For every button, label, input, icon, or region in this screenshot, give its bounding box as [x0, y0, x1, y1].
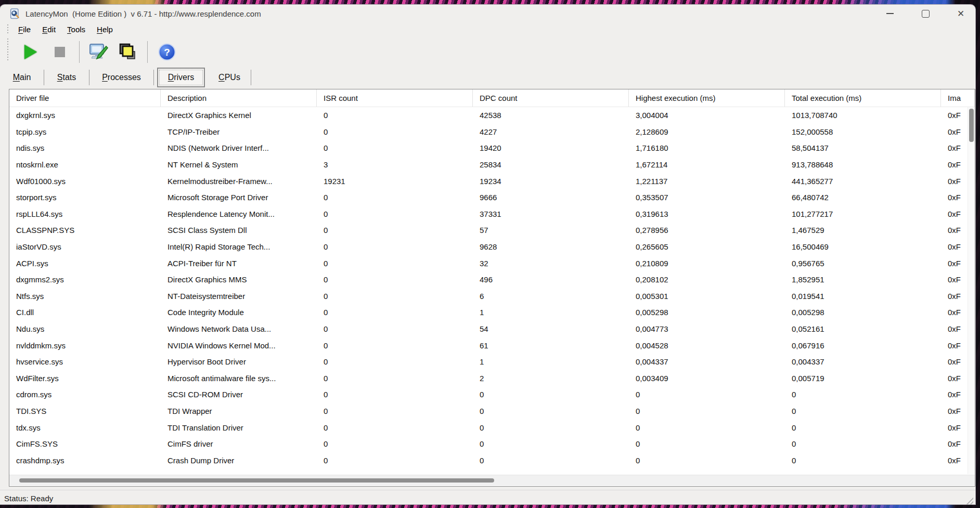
drivers-table: Driver fileDescriptionISR countDPC count… [9, 89, 975, 487]
cell-isr-count: 0 [317, 337, 473, 354]
cell-dpc-count: 9628 [473, 239, 629, 255]
cell-description: DirectX Graphics MMS [161, 271, 317, 288]
tab-main[interactable]: Main [0, 70, 44, 85]
cell-total-execution: 0 [785, 386, 941, 403]
cell-driver-file: dxgmms2.sys [9, 271, 161, 288]
horizontal-scrollbar[interactable] [9, 475, 975, 486]
horizontal-scrollbar-thumb[interactable] [19, 478, 494, 483]
help-button[interactable]: ? [156, 41, 178, 63]
stacked-pages-icon [118, 42, 138, 62]
column-header-isr-count[interactable]: ISR count [317, 89, 473, 107]
table-row[interactable]: nvlddmkm.sysNVIDIA Windows Kernel Mod...… [9, 337, 975, 354]
report-button[interactable] [117, 41, 139, 63]
table-row[interactable]: storport.sysMicrosoft Storage Port Drive… [9, 189, 975, 206]
table-row[interactable]: CimFS.SYSCimFS driver00000xF [9, 436, 975, 452]
table-row[interactable]: Ntfs.sysNT-Dateisystemtreiber060,0053010… [9, 288, 975, 305]
maximize-button[interactable] [918, 6, 933, 21]
cell-isr-count: 0 [317, 206, 473, 223]
stop-monitor-button[interactable] [49, 41, 71, 63]
table-row[interactable]: hvservice.sysHypervisor Boot Driver010,0… [9, 354, 975, 370]
cell-dpc-count: 61 [473, 337, 629, 354]
table-row[interactable]: cdrom.sysSCSI CD-ROM Driver00000xF [9, 386, 975, 403]
tab-processes[interactable]: Processes [89, 70, 154, 85]
cell-driver-file: storport.sys [9, 189, 161, 206]
cell-total-execution: 1013,708740 [785, 107, 941, 124]
table-row[interactable]: CI.dllCode Integrity Module010,0052980,0… [9, 304, 975, 321]
table-row[interactable]: Wdf01000.sysKernelmodustreiber-Framew...… [9, 173, 975, 189]
table-row[interactable]: Ndu.sysWindows Network Data Usa...0540,0… [9, 321, 975, 337]
cell-description: Crash Dump Driver [161, 452, 317, 468]
cell-dpc-count: 37331 [473, 206, 629, 223]
table-row[interactable]: tcpip.sysTCP/IP-Treiber042272,128609152,… [9, 124, 975, 140]
cell-driver-file: CimFS.SYS [9, 436, 161, 452]
vertical-scrollbar-thumb[interactable] [969, 109, 974, 142]
cell-dpc-count: 0 [473, 386, 629, 403]
menu-item-edit[interactable]: Edit [36, 24, 61, 35]
cell-isr-count: 0 [317, 452, 473, 468]
cell-highest-execution: 2,128609 [629, 124, 785, 140]
table-row[interactable]: WdFilter.sysMicrosoft antimalware file s… [9, 370, 975, 387]
cell-isr-count: 0 [317, 189, 473, 206]
cell-total-execution: 1,467529 [785, 222, 941, 239]
cell-dpc-count: 9666 [473, 189, 629, 206]
tab-stats[interactable]: Stats [44, 70, 89, 85]
table-row[interactable]: ndis.sysNDIS (Network Driver Interf...01… [9, 140, 975, 157]
column-header-image-base[interactable]: Ima [941, 89, 975, 107]
title-bar[interactable]: LatencyMon (Home Edition ) v 6.71 - http… [0, 5, 975, 22]
cell-isr-count: 0 [317, 321, 473, 337]
menu-item-tools[interactable]: Tools [61, 24, 91, 35]
minimize-button[interactable] [883, 6, 897, 21]
tab-drivers[interactable]: Drivers [157, 68, 205, 87]
table-row[interactable]: tdx.sysTDI Translation Driver00000xF [9, 419, 975, 436]
cell-isr-count: 0 [317, 419, 473, 436]
start-monitor-button[interactable] [20, 41, 42, 63]
table-row[interactable]: ACPI.sysACPI-Treiber für NT0320,2108090,… [9, 255, 975, 271]
cell-dpc-count: 6 [473, 288, 629, 305]
cell-isr-count: 0 [317, 107, 473, 124]
cell-description: SCSI Class System Dll [161, 222, 317, 239]
column-header-driver-file[interactable]: Driver file [9, 89, 161, 107]
menu-gripper[interactable] [7, 24, 9, 34]
cell-total-execution: 0,005298 [785, 304, 941, 321]
menu-item-help[interactable]: Help [91, 24, 119, 35]
cell-dpc-count: 0 [473, 403, 629, 420]
cell-description: Code Integrity Module [161, 304, 317, 321]
cell-highest-execution: 0,004528 [629, 337, 785, 354]
table-row[interactable]: CLASSPNP.SYSSCSI Class System Dll0570,27… [9, 222, 975, 239]
table-row[interactable]: crashdmp.sysCrash Dump Driver00000xF [9, 452, 975, 468]
resize-grip[interactable] [965, 496, 973, 504]
menu-item-file[interactable]: File [12, 24, 36, 35]
cell-isr-count: 19231 [317, 173, 473, 189]
vertical-scrollbar[interactable] [968, 107, 975, 474]
maximize-icon [922, 10, 930, 18]
tab-cpus[interactable]: CPUs [208, 70, 251, 85]
cell-driver-file: tcpip.sys [9, 124, 161, 140]
cell-dpc-count: 0 [473, 436, 629, 452]
cell-driver-file: ndis.sys [9, 140, 161, 157]
stop-icon [55, 47, 65, 57]
cell-driver-file: nvlddmkm.sys [9, 337, 161, 354]
cell-dpc-count: 19234 [473, 173, 629, 189]
cell-total-execution: 0,005719 [785, 370, 941, 387]
cell-driver-file: CI.dll [9, 304, 161, 321]
table-body: dxgkrnl.sysDirectX Graphics Kernel042538… [9, 107, 975, 475]
close-button[interactable]: ✕ [953, 6, 968, 21]
table-row[interactable]: iaStorVD.sysIntel(R) Rapid Storage Tech.… [9, 239, 975, 255]
toolbar-gripper[interactable] [7, 38, 9, 60]
table-row[interactable]: TDI.SYSTDI Wrapper00000xF [9, 403, 975, 420]
table-header: Driver fileDescriptionISR countDPC count… [9, 89, 975, 107]
cell-highest-execution: 1,716180 [629, 140, 785, 157]
column-header-description[interactable]: Description [161, 89, 317, 107]
minimize-icon [886, 13, 894, 14]
table-row[interactable]: dxgmms2.sysDirectX Graphics MMS04960,208… [9, 271, 975, 288]
table-row[interactable]: ntoskrnl.exeNT Kernel & System3258341,67… [9, 157, 975, 173]
column-header-dpc-count[interactable]: DPC count [473, 89, 629, 107]
table-row[interactable]: rspLLL64.sysResplendence Latency Monit..… [9, 206, 975, 223]
options-button[interactable] [88, 41, 110, 63]
cell-highest-execution: 0 [629, 419, 785, 436]
column-header-total-execution[interactable]: Total execution (ms) [785, 89, 941, 107]
column-header-highest-execution[interactable]: Highest execution (ms) [629, 89, 785, 107]
table-row[interactable]: dxgkrnl.sysDirectX Graphics Kernel042538… [9, 107, 975, 124]
cell-total-execution: 913,788648 [785, 157, 941, 173]
cell-isr-count: 0 [317, 124, 473, 140]
